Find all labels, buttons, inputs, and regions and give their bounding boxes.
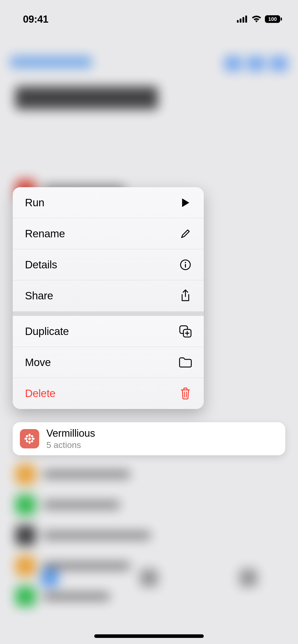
shortcut-title: Vermillious	[46, 428, 95, 439]
menu-label: Move	[25, 356, 51, 369]
svg-rect-5	[281, 18, 282, 21]
trash-icon	[179, 387, 192, 400]
menu-item-move[interactable]: Move	[13, 347, 204, 378]
svg-point-17	[31, 440, 34, 443]
status-bar: 09:41 100	[0, 0, 298, 31]
status-icons: 100	[237, 15, 283, 23]
svg-point-19	[25, 440, 29, 443]
svg-point-7	[185, 262, 186, 263]
svg-rect-3	[245, 16, 247, 23]
context-menu: Run Rename Details	[13, 187, 204, 409]
folder-icon	[179, 356, 192, 369]
pencil-icon	[179, 227, 192, 240]
menu-label: Run	[25, 197, 44, 209]
svg-point-15	[32, 438, 35, 440]
shortcut-app-icon	[20, 429, 39, 448]
menu-item-details[interactable]: Details	[13, 249, 204, 280]
share-icon	[179, 289, 192, 302]
svg-rect-0	[237, 20, 239, 23]
menu-item-duplicate[interactable]: Duplicate	[13, 316, 204, 347]
wifi-icon	[251, 15, 262, 23]
play-icon	[179, 196, 192, 209]
shortcut-preview-card[interactable]: Vermillious 5 actions	[13, 422, 285, 455]
info-icon	[179, 258, 192, 271]
svg-rect-1	[240, 19, 241, 23]
menu-label: Delete	[25, 387, 56, 400]
svg-point-12	[29, 434, 31, 437]
status-time: 09:41	[23, 13, 48, 25]
menu-label: Share	[25, 290, 53, 302]
svg-point-16	[25, 435, 29, 438]
duplicate-icon	[179, 325, 192, 338]
menu-divider	[13, 311, 204, 316]
shortcut-subtitle: 5 actions	[46, 440, 95, 450]
battery-percent-text: 100	[268, 16, 277, 22]
menu-item-delete[interactable]: Delete	[13, 378, 204, 409]
svg-point-13	[29, 441, 31, 444]
menu-label: Rename	[25, 228, 65, 240]
menu-label: Duplicate	[25, 325, 69, 338]
svg-rect-2	[242, 17, 244, 23]
battery-icon: 100	[265, 15, 283, 23]
svg-rect-8	[185, 264, 186, 268]
menu-label: Details	[25, 259, 57, 271]
svg-point-11	[28, 437, 31, 440]
home-indicator	[94, 634, 204, 638]
svg-point-14	[24, 438, 28, 440]
menu-item-share[interactable]: Share	[13, 280, 204, 311]
cellular-signal-icon	[237, 16, 248, 23]
menu-item-rename[interactable]: Rename	[13, 218, 204, 249]
menu-item-run[interactable]: Run	[13, 187, 204, 218]
svg-point-18	[31, 435, 34, 438]
